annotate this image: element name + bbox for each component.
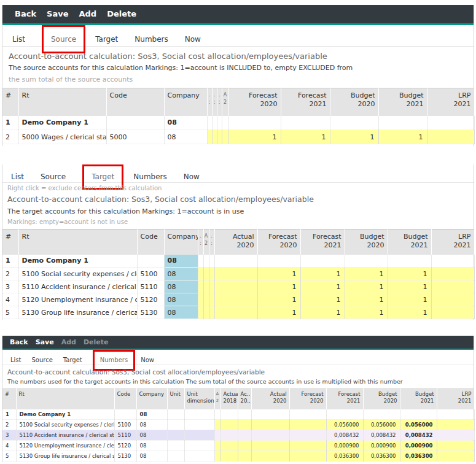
cell-num[interactable]: 2 <box>2 130 18 144</box>
cell-num[interactable]: 5 <box>2 306 18 319</box>
cell-b21[interactable]: 0,008432 <box>400 430 437 441</box>
cell-lrp[interactable] <box>431 255 474 268</box>
cell-n1[interactable] <box>214 420 220 430</box>
cell-n4[interactable] <box>222 116 228 130</box>
cell-b21[interactable]: 1 <box>388 293 431 306</box>
cell-b20[interactable]: 0,056000 <box>363 420 400 430</box>
cell-b20[interactable]: 1 <box>345 280 388 293</box>
cell-company[interactable]: 08 <box>164 280 198 293</box>
cell-n2[interactable] <box>203 268 209 280</box>
cell-f21[interactable]: 1 <box>300 306 345 319</box>
cell-n1[interactable] <box>198 268 203 280</box>
cell-num[interactable]: 1 <box>2 255 18 268</box>
cell-code[interactable]: 5100 <box>137 268 164 280</box>
cell-company[interactable]: 08 <box>164 255 198 268</box>
cell-code[interactable]: 5110 <box>114 430 136 441</box>
cell-a20[interactable] <box>251 409 289 420</box>
cell-f20[interactable]: 1 <box>228 130 281 144</box>
cell-n1[interactable] <box>198 280 203 293</box>
cell-a20[interactable] <box>214 306 257 319</box>
cell-n3[interactable] <box>209 293 214 306</box>
cell-a19[interactable] <box>238 420 251 430</box>
cell-f21[interactable]: 1 <box>281 130 330 144</box>
cell-n2[interactable] <box>212 116 217 130</box>
cell-code[interactable]: 5130 <box>137 306 164 319</box>
cell-company[interactable]: 08 <box>136 441 167 451</box>
delete-button[interactable]: Delete <box>84 336 109 349</box>
cell-num[interactable]: 4 <box>2 293 18 306</box>
cell-n3[interactable] <box>209 255 214 268</box>
add-button[interactable]: Add <box>79 5 96 23</box>
cell-b20[interactable]: 1 <box>330 130 378 144</box>
cell-f21[interactable] <box>326 409 363 420</box>
cell-rt[interactable]: 5130 Group life insurance / clerical sta… <box>16 451 114 462</box>
cell-a18[interactable] <box>220 409 238 420</box>
cell-code[interactable]: 5120 <box>114 441 136 451</box>
cell-a20[interactable] <box>214 280 257 293</box>
cell-num[interactable]: 4 <box>2 441 16 451</box>
cell-n2[interactable] <box>212 130 217 144</box>
cell-n2[interactable] <box>203 280 209 293</box>
cell-unit[interactable] <box>167 420 184 430</box>
cell-n1[interactable] <box>198 293 203 306</box>
cell-f20[interactable] <box>257 255 300 268</box>
cell-b20[interactable] <box>330 116 378 130</box>
cell-lrp[interactable] <box>427 130 474 144</box>
cell-n4[interactable] <box>222 130 228 144</box>
cell-b20[interactable] <box>345 255 388 268</box>
cell-code[interactable] <box>114 409 136 420</box>
cell-n1[interactable] <box>207 130 212 144</box>
cell-f21[interactable]: 0,036300 <box>326 451 363 462</box>
cell-n1[interactable] <box>214 430 220 441</box>
cell-company[interactable]: 08 <box>164 116 207 130</box>
cell-a18[interactable] <box>220 430 238 441</box>
cell-company[interactable]: 08 <box>136 420 167 430</box>
cell-udim[interactable] <box>184 441 214 451</box>
cell-rt[interactable]: Demo Company 1 <box>18 255 137 268</box>
cell-a19[interactable] <box>238 441 251 451</box>
back-button[interactable]: Back <box>15 5 36 23</box>
cell-f21[interactable]: 1 <box>300 293 345 306</box>
cell-n1[interactable] <box>214 409 220 420</box>
cell-a20[interactable] <box>251 451 289 462</box>
cell-f21[interactable]: 0,056000 <box>326 420 363 430</box>
cell-f20[interactable] <box>289 409 326 420</box>
cell-rt[interactable]: 5110 Accident insurance / clerical staff <box>18 280 137 293</box>
cell-n3[interactable] <box>209 268 214 280</box>
cell-f20[interactable]: 1 <box>257 306 300 319</box>
cell-f21[interactable] <box>300 255 345 268</box>
cell-udim[interactable] <box>184 420 214 430</box>
cell-b20[interactable]: 1 <box>345 293 388 306</box>
cell-a20[interactable] <box>251 441 289 451</box>
cell-code[interactable]: 5100 <box>114 420 136 430</box>
cell-code[interactable]: 5120 <box>137 293 164 306</box>
cell-rt[interactable]: 5110 Accident insurance / clerical staff <box>16 430 114 441</box>
cell-a18[interactable] <box>220 451 238 462</box>
cell-udim[interactable] <box>184 430 214 441</box>
cell-num[interactable]: 1 <box>2 116 18 130</box>
cell-f20[interactable]: 1 <box>257 280 300 293</box>
cell-num[interactable]: 1 <box>2 409 16 420</box>
cell-num[interactable]: 2 <box>2 420 16 430</box>
cell-unit[interactable] <box>167 409 184 420</box>
cell-b20[interactable]: 0,000900 <box>363 441 400 451</box>
cell-unit[interactable] <box>167 430 184 441</box>
cell-company[interactable]: 08 <box>136 451 167 462</box>
cell-n2[interactable] <box>203 255 209 268</box>
cell-n1[interactable] <box>214 441 220 451</box>
cell-lrp[interactable] <box>437 451 474 462</box>
cell-b20[interactable]: 0,036300 <box>363 451 400 462</box>
cell-a20[interactable] <box>251 420 289 430</box>
cell-code[interactable]: 5000 <box>106 130 164 144</box>
cell-company[interactable]: 08 <box>164 306 198 319</box>
back-button[interactable]: Back <box>10 336 28 349</box>
cell-a20[interactable] <box>214 293 257 306</box>
cell-f20[interactable] <box>228 116 281 130</box>
cell-rt[interactable]: Demo Company 1 <box>16 409 114 420</box>
cell-n3[interactable] <box>209 306 214 319</box>
cell-b21[interactable]: 0,036300 <box>400 451 437 462</box>
delete-button[interactable]: Delete <box>107 5 136 23</box>
cell-b21[interactable] <box>388 255 431 268</box>
cell-f20[interactable] <box>289 441 326 451</box>
cell-code[interactable] <box>106 116 164 130</box>
